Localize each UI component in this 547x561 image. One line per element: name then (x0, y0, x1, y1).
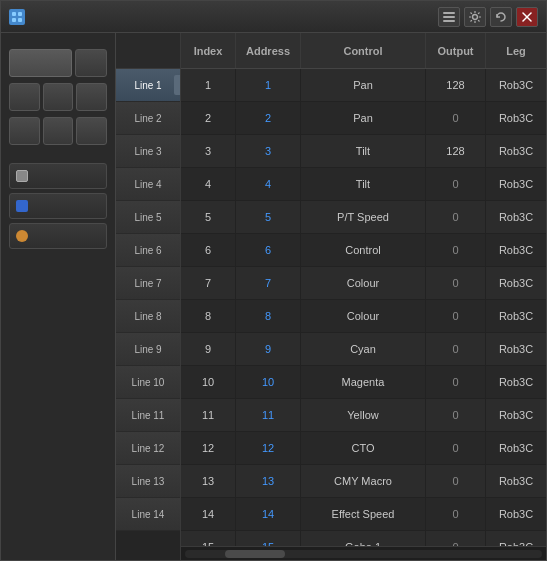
cell-control: Tilt (301, 168, 426, 200)
cell-output: 128 (426, 135, 486, 167)
cell-output: 0 (426, 366, 486, 398)
data-table-wrapper: Index Address Control Output Leg 11Pan12… (181, 33, 546, 560)
horizontal-scrollbar[interactable] (185, 550, 542, 558)
cell-output: 128 (426, 69, 486, 101)
line-item[interactable]: Line 13 (116, 465, 180, 498)
line-item[interactable]: Line 5 (116, 201, 180, 234)
col-header-leg: Leg (486, 33, 546, 68)
lines-header (116, 33, 180, 69)
cell-leg: Rob3C (486, 201, 546, 233)
table-row[interactable]: 1212CTO0Rob3C (181, 432, 546, 465)
table-row[interactable]: 55P/T Speed0Rob3C (181, 201, 546, 234)
cell-control: Control (301, 234, 426, 266)
cell-address: 13 (236, 465, 301, 497)
table-row[interactable]: 1010Magenta0Rob3C (181, 366, 546, 399)
close-button[interactable] (516, 7, 538, 27)
cell-control: CMY Macro (301, 465, 426, 497)
cell-leg: Rob3C (486, 465, 546, 497)
line-drag-handle[interactable] (174, 75, 181, 95)
cell-index: 1 (181, 69, 236, 101)
col-header-index: Index (181, 33, 236, 68)
attr-s-button[interactable] (76, 117, 107, 145)
cell-address: 7 (236, 267, 301, 299)
line-item[interactable]: Line 3 (116, 135, 180, 168)
cell-control: Pan (301, 102, 426, 134)
table-row[interactable]: 11Pan128Rob3C (181, 69, 546, 102)
col-header-control: Control (301, 33, 426, 68)
fixture-dimmer[interactable] (9, 193, 107, 219)
attr-p-button[interactable] (9, 83, 40, 111)
table-row[interactable]: 33Tilt128Rob3C (181, 135, 546, 168)
cell-index: 6 (181, 234, 236, 266)
line-item[interactable]: Line 6 (116, 234, 180, 267)
col-header-address: Address (236, 33, 301, 68)
cell-control: Yellow (301, 399, 426, 431)
cell-leg: Rob3C (486, 333, 546, 365)
cell-control: P/T Speed (301, 201, 426, 233)
cell-leg: Rob3C (486, 300, 546, 332)
table-row[interactable]: 99Cyan0Rob3C (181, 333, 546, 366)
cell-control: Magenta (301, 366, 426, 398)
cell-leg: Rob3C (486, 234, 546, 266)
table-row[interactable]: 44Tilt0Rob3C (181, 168, 546, 201)
attr-all-button[interactable] (9, 49, 72, 77)
cell-index: 3 (181, 135, 236, 167)
line-item[interactable]: Line 10 (116, 366, 180, 399)
attr-e-button[interactable] (43, 117, 74, 145)
line-item[interactable]: Line 7 (116, 267, 180, 300)
line-item[interactable]: Line 2 (116, 102, 180, 135)
line-item[interactable]: Line 4 (116, 168, 180, 201)
cell-control: Effect Speed (301, 498, 426, 530)
line-item[interactable]: Line 9 (116, 333, 180, 366)
attr-row-3 (9, 117, 107, 145)
settings-button[interactable] (464, 7, 486, 27)
fixture-all-fixtures[interactable] (9, 163, 107, 189)
svg-rect-4 (443, 12, 455, 14)
cell-index: 4 (181, 168, 236, 200)
refresh-button[interactable] (490, 7, 512, 27)
table-row[interactable]: 1111Yellow0Rob3C (181, 399, 546, 432)
table-row[interactable]: 66Control0Rob3C (181, 234, 546, 267)
table-row[interactable]: 77Colour0Rob3C (181, 267, 546, 300)
col-header-output: Output (426, 33, 486, 68)
cell-index: 2 (181, 102, 236, 134)
cell-leg: Rob3C (486, 531, 546, 546)
cell-address: 1 (236, 69, 301, 101)
svg-rect-2 (12, 18, 16, 22)
cell-index: 14 (181, 498, 236, 530)
line-item[interactable]: Line 8 (116, 300, 180, 333)
cell-output: 0 (426, 498, 486, 530)
line-item[interactable]: Line 1 (116, 69, 180, 102)
line-item[interactable]: Line 12 (116, 432, 180, 465)
cell-output: 0 (426, 531, 486, 546)
fixture-robin-color (16, 230, 28, 242)
table-row[interactable]: 1414Effect Speed0Rob3C (181, 498, 546, 531)
line-item[interactable]: Line 11 (116, 399, 180, 432)
cell-output: 0 (426, 300, 486, 332)
cell-leg: Rob3C (486, 366, 546, 398)
attr-i-button[interactable] (75, 49, 107, 77)
cell-output: 0 (426, 333, 486, 365)
cell-leg: Rob3C (486, 168, 546, 200)
cell-address: 4 (236, 168, 301, 200)
table-body[interactable]: 11Pan128Rob3C22Pan0Rob3C33Tilt128Rob3C44… (181, 69, 546, 546)
scrollbar-thumb[interactable] (225, 550, 285, 558)
table-row[interactable]: 22Pan0Rob3C (181, 102, 546, 135)
line-item[interactable]: Line 14 (116, 498, 180, 531)
attr-c-button[interactable] (43, 83, 74, 111)
title-button-group (438, 7, 538, 27)
fixture-dimmer-color (16, 200, 28, 212)
attr-b-button[interactable] (9, 117, 40, 145)
table-row[interactable]: 1313CMY Macro0Rob3C (181, 465, 546, 498)
cell-address: 11 (236, 399, 301, 431)
table-row[interactable]: 1515Gobo 10Rob3C (181, 531, 546, 546)
table-row[interactable]: 88Colour0Rob3C (181, 300, 546, 333)
fixture-robin300e[interactable] (9, 223, 107, 249)
cell-control: Cyan (301, 333, 426, 365)
menu-button[interactable] (438, 7, 460, 27)
window-icon (9, 9, 25, 25)
cell-control: Colour (301, 267, 426, 299)
attr-g-button[interactable] (76, 83, 107, 111)
dmx-window: Line 1Line 2Line 3Line 4Line 5Line 6Line… (0, 0, 547, 561)
sidebar (1, 33, 116, 560)
